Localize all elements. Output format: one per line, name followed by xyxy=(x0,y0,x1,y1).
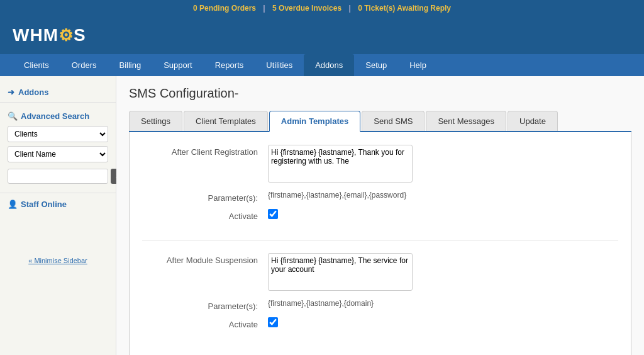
module-suspension-activate-row: Activate xyxy=(142,317,618,329)
tab-admin-templates[interactable]: Admin Templates xyxy=(269,111,360,132)
activate-checkbox-cell-2 xyxy=(268,317,618,327)
activate-checkbox-1[interactable] xyxy=(268,209,278,219)
nav-billing[interactable]: Billing xyxy=(108,54,152,76)
header: WHM ⚙ S xyxy=(0,16,644,54)
module-suspension-params-row: Parameter(s): {firstname},{lastname},{do… xyxy=(142,299,618,311)
client-registration-section: After Client Registration Hi {firstname}… xyxy=(142,145,618,240)
tab-update[interactable]: Update xyxy=(508,111,558,131)
nav-bar: Clients Orders Billing Support Reports U… xyxy=(0,54,644,76)
logo: WHM ⚙ S xyxy=(13,25,86,45)
nav-utilities[interactable]: Utilities xyxy=(255,54,304,76)
overdue-invoices-count: 5 xyxy=(272,4,277,13)
nav-support[interactable]: Support xyxy=(152,54,204,76)
client-registration-activate-row: Activate xyxy=(142,209,618,221)
search-input-row: Search xyxy=(8,169,108,184)
module-suspension-textarea[interactable]: Hi {firstname} {lastname}, The service f… xyxy=(268,253,413,291)
nav-addons[interactable]: Addons xyxy=(304,54,354,76)
staff-online-section: 👤 Staff Online xyxy=(0,193,116,215)
nav-setup[interactable]: Setup xyxy=(354,54,398,76)
module-suspension-label: After Module Suspension xyxy=(142,253,268,265)
client-registration-value: Hi {firstname} {lastname}, Thank you for… xyxy=(268,145,618,184)
tab-sent-messages[interactable]: Sent Messages xyxy=(426,111,506,131)
minimise-sidebar-link[interactable]: « Minimise Sidebar xyxy=(0,253,116,268)
activate-checkbox-2[interactable] xyxy=(268,317,278,327)
nav-clients[interactable]: Clients xyxy=(13,54,60,76)
params-label-2: Parameter(s): xyxy=(142,299,268,311)
module-suspension-section: After Module Suspension Hi {firstname} {… xyxy=(142,253,618,348)
gear-icon: ⚙ xyxy=(58,26,74,45)
params-label-1: Parameter(s): xyxy=(142,191,268,203)
staff-icon: 👤 xyxy=(8,200,18,209)
search-input[interactable] xyxy=(8,169,108,184)
content-panel: After Client Registration Hi {firstname}… xyxy=(129,132,631,355)
client-registration-label: After Client Registration xyxy=(142,145,268,157)
module-suspension-textarea-wrapper: Hi {firstname} {lastname}, The service f… xyxy=(268,253,413,293)
params-value-2: {firstname},{lastname},{domain} xyxy=(268,299,618,308)
activate-label-1: Activate xyxy=(142,209,268,221)
tickets-count: 0 xyxy=(358,4,362,13)
addons-icon: ➜ xyxy=(8,87,14,97)
nav-reports[interactable]: Reports xyxy=(204,54,255,76)
client-registration-textarea-wrapper: Hi {firstname} {lastname}, Thank you for… xyxy=(268,145,413,184)
tab-send-sms[interactable]: Send SMS xyxy=(362,111,425,131)
nav-help[interactable]: Help xyxy=(398,54,438,76)
logo-text-right: S xyxy=(74,25,86,45)
page-title: SMS Configuration- xyxy=(129,86,631,101)
tabs: Settings Client Templates Admin Template… xyxy=(129,111,631,132)
sidebar: ➜ Addons 🔍 Advanced Search Clients Order… xyxy=(0,76,116,355)
sep2: | xyxy=(348,4,353,13)
logo-text-left: WHM xyxy=(13,25,58,45)
sidebar-search-area: 🔍 Advanced Search Clients Orders Invoice… xyxy=(0,106,116,189)
client-registration-textarea[interactable]: Hi {firstname} {lastname}, Thank you for… xyxy=(268,145,413,183)
sidebar-addons-section: ➜ Addons xyxy=(0,82,116,103)
tickets-label: Ticket(s) Awaiting Reply xyxy=(364,4,451,13)
params-value-1: {firstname},{lastname},{email},{password… xyxy=(268,191,618,200)
nav-orders[interactable]: Orders xyxy=(60,54,108,76)
advanced-search-title: 🔍 Advanced Search xyxy=(8,111,108,121)
client-registration-params-row: Parameter(s): {firstname},{lastname},{em… xyxy=(142,191,618,203)
pending-orders-count: 0 xyxy=(193,4,197,13)
sep1: | xyxy=(263,4,267,13)
search-type-select[interactable]: Clients Orders Invoices xyxy=(8,126,108,142)
overdue-invoices-label: Overdue Invoices xyxy=(279,4,341,13)
top-bar: 0 Pending Orders | 5 Overdue Invoices | … xyxy=(0,0,644,16)
activate-checkbox-cell-1 xyxy=(268,209,618,219)
sidebar-addons-label: Addons xyxy=(18,87,48,97)
pending-orders-label: Pending Orders xyxy=(199,4,256,13)
module-suspension-value: Hi {firstname} {lastname}, The service f… xyxy=(268,253,618,293)
tab-client-templates[interactable]: Client Templates xyxy=(184,111,268,131)
main-content: SMS Configuration- Settings Client Templ… xyxy=(116,76,644,355)
module-suspension-row: After Module Suspension Hi {firstname} {… xyxy=(142,253,618,293)
layout: ➜ Addons 🔍 Advanced Search Clients Order… xyxy=(0,76,644,355)
search-field-select[interactable]: Client Name Email Company xyxy=(8,146,108,162)
activate-label-2: Activate xyxy=(142,317,268,329)
client-registration-row: After Client Registration Hi {firstname}… xyxy=(142,145,618,184)
search-icon: 🔍 xyxy=(8,111,18,121)
tab-settings[interactable]: Settings xyxy=(129,111,182,131)
